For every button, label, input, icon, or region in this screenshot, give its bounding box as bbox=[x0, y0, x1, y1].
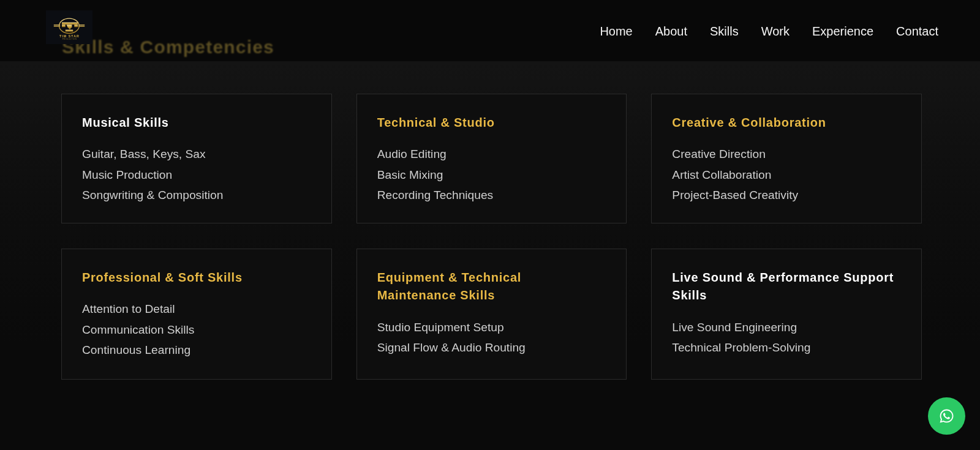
svg-text:PRODUCTION: PRODUCTION bbox=[62, 38, 77, 40]
svg-text:TIM STAR: TIM STAR bbox=[59, 34, 80, 38]
